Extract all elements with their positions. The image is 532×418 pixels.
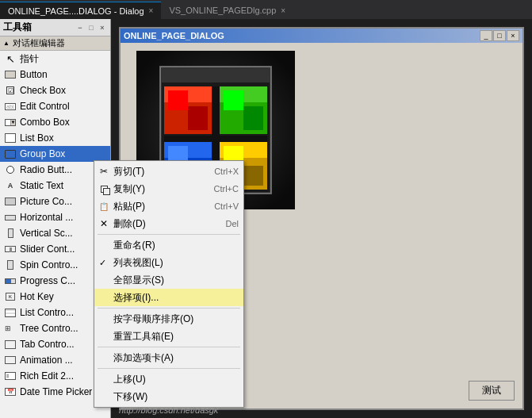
toolbox-item-label-richedit: Rich Edit 2...: [20, 370, 74, 382]
tab-cpp[interactable]: VS_ONLINE_PAGEDlg.cpp ×: [161, 2, 293, 19]
toolbox-header-icons: − □ ×: [75, 23, 107, 33]
toolbox-item-label-tabctrl: Tab Contro...: [20, 339, 75, 350]
menu-item-label-moveup: 上移(U): [113, 373, 146, 386]
toolbox-item-listbox[interactable]: List Box: [0, 130, 110, 146]
picture-toolbox-icon: [3, 195, 17, 208]
menu-item-label-choose: 选择项(I)...: [113, 291, 159, 305]
toolbox-item-label-progressctrl: Progress C...: [20, 275, 75, 286]
menu-item-label-listview: 列表视图(L): [113, 256, 163, 270]
scissors-menu-icon: ✂: [98, 166, 110, 177]
menu-item-shortcut-copy: Ctrl+C: [214, 184, 239, 194]
listctrl-toolbox-icon: [3, 306, 17, 319]
tab-dialog[interactable]: ONLINE_PAGE....DIALOG - Dialog ×: [0, 2, 161, 19]
menu-item-listview[interactable]: ✓列表视图(L): [94, 254, 243, 271]
list-toolbox-icon: [3, 132, 17, 144]
tab-dialog-close[interactable]: ×: [149, 6, 154, 15]
toolbox-section-header[interactable]: 对话框编辑器: [0, 36, 110, 51]
menu-item-label-delete: 删除(D): [113, 217, 146, 231]
menu-separator-after-choose: [98, 308, 240, 309]
menu-separator-after-delete: [98, 234, 240, 235]
toolbox-item-label-combobox: Combo Box: [20, 117, 70, 128]
dialog-title: ONLINE_PAGE_DIALOG: [124, 31, 224, 40]
dialog-minimize-btn[interactable]: _: [480, 30, 492, 41]
menu-item-rename[interactable]: 重命名(R): [94, 236, 243, 254]
menu-item-label-copy: 复制(Y): [113, 182, 145, 196]
toolbox-item-label-spinctrl: Spin Contro...: [20, 259, 78, 270]
datetimepicker-toolbox-icon: 📅: [3, 385, 17, 398]
tab-toolbox-icon: [3, 338, 17, 351]
menu-item-label-alphabetical: 按字母顺序排序(O): [113, 313, 193, 326]
pointer-toolbox-icon: ↖: [3, 52, 17, 65]
tab-dialog-label: ONLINE_PAGE....DIALOG - Dialog: [8, 6, 144, 16]
toolbox-close-icon[interactable]: ×: [98, 23, 107, 33]
menu-item-movedown[interactable]: 下移(W): [94, 388, 243, 405]
menu-item-delete[interactable]: ✕删除(D)Del: [94, 215, 243, 232]
menu-item-showall[interactable]: 全部显示(S): [94, 271, 243, 289]
dialog-close-btn[interactable]: ×: [507, 30, 519, 41]
checkbox-toolbox-icon: ☑: [3, 84, 17, 97]
hotkey-toolbox-icon: K: [3, 290, 17, 303]
dialog-titlebar: ONLINE_PAGE_DIALOG _ □ ×: [121, 29, 522, 43]
menu-item-check-listview: ✓: [99, 258, 106, 268]
menu-item-label-paste: 粘贴(P): [113, 200, 145, 213]
menu-item-addtab[interactable]: 添加选项卡(A): [94, 349, 243, 366]
toolbox-item-pointer[interactable]: ↖指针: [0, 51, 110, 67]
dialog-maximize-btn[interactable]: □: [493, 30, 506, 41]
toolbox-item-combobox[interactable]: ▼Combo Box: [0, 114, 110, 130]
toolbox-item-label-pointer: 指针: [20, 52, 39, 66]
toolbox-item-groupbox[interactable]: Group Box: [0, 146, 110, 162]
paste-menu-icon: 📋: [98, 202, 110, 211]
toolbox-item-label-groupbox: Group Box: [20, 148, 65, 159]
delete-menu-icon: ✕: [98, 218, 110, 229]
toolbox-item-label-editcontrol: Edit Control: [20, 101, 70, 112]
toolbox-item-label-sliderctrl: Slider Cont...: [20, 244, 75, 255]
toolbox-item-button[interactable]: Button: [0, 67, 110, 82]
richedit-toolbox-icon: ≡: [3, 370, 17, 382]
radio-toolbox-icon: [3, 163, 17, 176]
menu-item-label-resettoolbox: 重置工具箱(E): [113, 330, 174, 343]
toolbox-dock-icon[interactable]: □: [86, 23, 96, 33]
toolbox-item-label-picturectrl: Picture Co...: [20, 196, 72, 207]
anim-toolbox-icon: [3, 354, 17, 366]
toolbox-item-label-statictext: Static Text: [20, 180, 63, 191]
menu-item-shortcut-cut: Ctrl+X: [214, 167, 239, 176]
menu-separator-after-resettoolbox: [98, 347, 240, 347]
menu-item-copy[interactable]: 复制(Y)Ctrl+C: [94, 180, 243, 197]
toolbox-header: 工具箱 − □ ×: [0, 19, 110, 36]
toolbox-item-editcontrol[interactable]: ab|Edit Control: [0, 98, 110, 114]
menu-item-paste[interactable]: 📋粘贴(P)Ctrl+V: [94, 197, 243, 215]
menu-item-label-showall: 全部显示(S): [113, 274, 164, 287]
toolbox-pin-icon[interactable]: −: [75, 23, 85, 33]
menu-item-shortcut-paste: Ctrl+V: [214, 201, 239, 211]
tab-cpp-close[interactable]: ×: [281, 6, 285, 15]
dialog-controls: _ □ ×: [480, 30, 519, 41]
group-toolbox-icon: [3, 148, 17, 160]
toolbox-item-label-listbox: List Box: [20, 132, 54, 144]
progress-toolbox-icon: [3, 274, 17, 287]
combo-toolbox-icon: ▼: [3, 116, 17, 128]
menu-item-label-cut: 剪切(T): [113, 165, 144, 178]
main-area: 工具箱 − □ × 对话框编辑器 ↖指针Button☑Check Boxab|E…: [0, 19, 532, 418]
tab-bar: ONLINE_PAGE....DIALOG - Dialog × VS_ONLI…: [0, 0, 532, 19]
menu-item-label-rename: 重命名(R): [113, 239, 155, 252]
spin-toolbox-icon: [3, 259, 17, 271]
menu-item-resettoolbox[interactable]: 重置工具箱(E): [94, 328, 243, 345]
menu-item-shortcut-delete: Del: [225, 219, 239, 228]
slider-toolbox-icon: [3, 243, 17, 255]
toolbox-item-label-treectrl: Tree Contro...: [20, 323, 78, 334]
hscroll-toolbox-icon: [3, 211, 17, 224]
context-menu: ✂剪切(T)Ctrl+X复制(Y)Ctrl+C📋粘贴(P)Ctrl+V✕删除(D…: [94, 160, 244, 408]
menu-item-alphabetical[interactable]: 按字母顺序排序(O): [94, 310, 243, 328]
toolbox-section-label: 对话框编辑器: [13, 37, 65, 49]
menu-item-moveup[interactable]: 上移(U): [94, 370, 243, 388]
toolbox-item-label-hotkey: Hot Key: [20, 291, 54, 302]
tree-toolbox-icon: ⊞: [3, 322, 17, 335]
toolbox-item-label-checkbox: Check Box: [20, 85, 66, 96]
menu-item-label-movedown: 下移(W): [113, 390, 147, 404]
menu-item-choose[interactable]: 选择项(I)...: [94, 289, 243, 306]
menu-item-cut[interactable]: ✂剪切(T)Ctrl+X: [94, 163, 243, 180]
button-toolbox-icon: [3, 68, 17, 81]
toolbox-title: 工具箱: [3, 21, 32, 34]
test-button[interactable]: 测试: [469, 381, 515, 401]
toolbox-item-checkbox[interactable]: ☑Check Box: [0, 82, 110, 98]
